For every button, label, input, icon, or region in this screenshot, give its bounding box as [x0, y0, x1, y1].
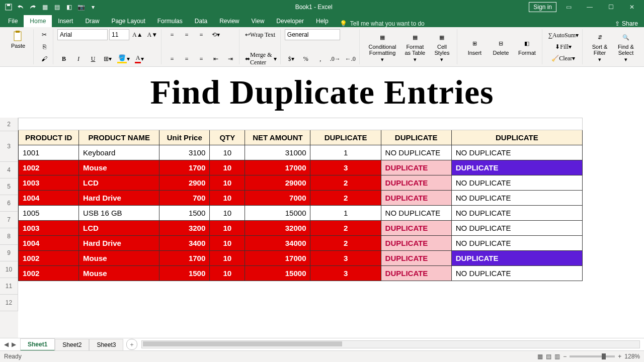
align-right-icon[interactable]: ≡: [195, 53, 208, 64]
cell-dup-flag-1[interactable]: DUPLICATE: [381, 221, 451, 236]
view-layout-icon[interactable]: ▤: [546, 353, 551, 360]
cell-dup-flag-2[interactable]: NO DUPLICATE: [451, 191, 582, 206]
table-row[interactable]: 1001Keyboard310010310001NO DUPLICATENO D…: [19, 145, 583, 160]
row-header[interactable]: 12: [0, 295, 18, 311]
decrease-decimal-icon[interactable]: ←.0: [344, 53, 357, 64]
cell-product-name[interactable]: Hard Drive: [79, 191, 159, 206]
format-as-table-button[interactable]: ▦Format as Table▾: [401, 29, 429, 64]
cut-icon[interactable]: ✂: [38, 29, 51, 40]
cell-unit-price[interactable]: 1500: [159, 206, 210, 221]
sheet-tab-2[interactable]: Sheet2: [55, 339, 89, 350]
fill-button[interactable]: ⬇ Fill ▾: [546, 41, 580, 52]
undo-icon[interactable]: [16, 3, 25, 12]
cell-net[interactable]: 17000: [245, 251, 310, 266]
cell-unit-price[interactable]: 3200: [159, 221, 210, 236]
cell-dup-flag-1[interactable]: DUPLICATE: [381, 175, 451, 191]
decrease-indent-icon[interactable]: ⇤: [209, 53, 222, 64]
cell-dup-flag-2[interactable]: NO DUPLICATE: [451, 266, 582, 281]
cell-product-name[interactable]: Mouse: [79, 160, 159, 175]
horizontal-scrollbar[interactable]: [141, 340, 640, 348]
row-header[interactable]: 6: [0, 195, 18, 212]
table-row[interactable]: 1002Mouse150010150003DUPLICATENO DUPLICA…: [19, 266, 583, 281]
cell-unit-price[interactable]: 3400: [159, 236, 210, 251]
cell-dup-count[interactable]: 2: [310, 175, 381, 191]
underline-button[interactable]: U: [87, 53, 100, 64]
find-select-button[interactable]: 🔍Find & Select▾: [613, 29, 639, 64]
cell-product-id[interactable]: 1005: [19, 206, 79, 221]
cell-product-id[interactable]: 1002: [19, 266, 79, 281]
table-row[interactable]: 1005USB 16 GB150010150001NO DUPLICATENO …: [19, 206, 583, 221]
view-break-icon[interactable]: ▥: [554, 353, 560, 360]
cell-unit-price[interactable]: 1700: [159, 160, 210, 175]
insert-cells-button[interactable]: ⊞Insert: [461, 29, 488, 64]
fill-color-icon[interactable]: 🪣▾: [116, 53, 131, 64]
italic-button[interactable]: I: [72, 53, 85, 64]
row-header[interactable]: 9: [0, 245, 18, 261]
save-icon[interactable]: [4, 3, 13, 12]
view-normal-icon[interactable]: ▦: [537, 353, 543, 360]
camera-icon[interactable]: 📷: [76, 3, 86, 12]
cell-qty[interactable]: 10: [210, 206, 245, 221]
col-duplicate-2[interactable]: DUPLICATE: [381, 130, 451, 145]
cell-net[interactable]: 31000: [245, 145, 310, 160]
cell-qty[interactable]: 10: [210, 236, 245, 251]
share-button[interactable]: ⇪ Share: [615, 20, 638, 27]
cell-styles-button[interactable]: ▦Cell Styles▾: [429, 29, 455, 64]
cell-product-id[interactable]: 1004: [19, 236, 79, 251]
align-center-icon[interactable]: ≡: [180, 53, 193, 64]
sheet-prev-icon[interactable]: ◀: [4, 341, 9, 348]
align-bottom-icon[interactable]: ≡: [195, 29, 208, 40]
font-size-select[interactable]: 11: [109, 29, 129, 40]
tab-formulas[interactable]: Formulas: [151, 15, 189, 27]
ribbon-options-icon[interactable]: ▭: [559, 2, 578, 12]
worksheet-area[interactable]: 2 3 4 5 6 7 8 9 10 11 12 PRODUCT ID PROD…: [0, 118, 644, 338]
col-unit-price[interactable]: Unit Price: [159, 130, 210, 145]
wrap-text-button[interactable]: ↩ Wrap Text: [244, 29, 277, 40]
col-duplicate-3[interactable]: DUPLICATE: [451, 130, 582, 145]
cell-product-name[interactable]: LCD: [79, 221, 159, 236]
cell-qty[interactable]: 10: [210, 160, 245, 175]
sort-filter-button[interactable]: ⇵Sort & Filter▾: [587, 29, 613, 64]
table-row[interactable]: 1004Hard Drive340010340002DUPLICATENO DU…: [19, 236, 583, 251]
format-cells-button[interactable]: ◧Format: [514, 29, 540, 64]
cell-dup-flag-1[interactable]: DUPLICATE: [381, 191, 451, 206]
cell-dup-count[interactable]: 3: [310, 251, 381, 266]
clear-button[interactable]: 🧹 Clear ▾: [546, 53, 580, 64]
conditional-formatting-button[interactable]: ▦Conditional Formatting▾: [364, 29, 401, 64]
cell-dup-flag-2[interactable]: NO DUPLICATE: [451, 236, 582, 251]
tab-view[interactable]: View: [246, 15, 271, 27]
cell-dup-count[interactable]: 2: [310, 221, 381, 236]
align-top-icon[interactable]: ≡: [166, 29, 179, 40]
maximize-icon[interactable]: ☐: [602, 2, 620, 12]
cell-dup-flag-1[interactable]: NO DUPLICATE: [381, 206, 451, 221]
cell-dup-count[interactable]: 1: [310, 206, 381, 221]
cell-product-id[interactable]: 1003: [19, 175, 79, 191]
cell-product-id[interactable]: 1002: [19, 160, 79, 175]
cell-net[interactable]: 7000: [245, 191, 310, 206]
zoom-level[interactable]: 128%: [624, 353, 640, 360]
tab-data[interactable]: Data: [189, 15, 213, 27]
cell-dup-flag-2[interactable]: DUPLICATE: [451, 251, 582, 266]
cell-dup-count[interactable]: 3: [310, 160, 381, 175]
blank-row[interactable]: [19, 118, 583, 130]
tab-home[interactable]: Home: [24, 15, 52, 27]
cell-dup-flag-1[interactable]: DUPLICATE: [381, 266, 451, 281]
paste-button[interactable]: Paste: [5, 29, 31, 50]
qat-icon[interactable]: ▤: [52, 3, 61, 12]
col-product-name[interactable]: PRODUCT NAME: [79, 130, 159, 145]
merge-center-button[interactable]: ⬌ Merge & Center ▾: [244, 53, 278, 64]
qat-icon[interactable]: ▦: [40, 3, 49, 12]
table-row[interactable]: 1002Mouse170010170003DUPLICATEDUPLICATE: [19, 251, 583, 266]
row-header[interactable]: 8: [0, 228, 18, 245]
col-product-id[interactable]: PRODUCT ID: [19, 130, 79, 145]
sheet-tab-1[interactable]: Sheet1: [20, 338, 55, 351]
cell-dup-count[interactable]: 2: [310, 191, 381, 206]
cell-unit-price[interactable]: 1500: [159, 266, 210, 281]
bold-button[interactable]: B: [57, 53, 70, 64]
cell-unit-price[interactable]: 700: [159, 191, 210, 206]
add-sheet-button[interactable]: ＋: [126, 339, 137, 350]
zoom-out-icon[interactable]: −: [563, 353, 567, 360]
zoom-in-icon[interactable]: +: [618, 353, 621, 360]
col-duplicate-1[interactable]: DUPLICATE: [310, 130, 381, 145]
cell-unit-price[interactable]: 3100: [159, 145, 210, 160]
